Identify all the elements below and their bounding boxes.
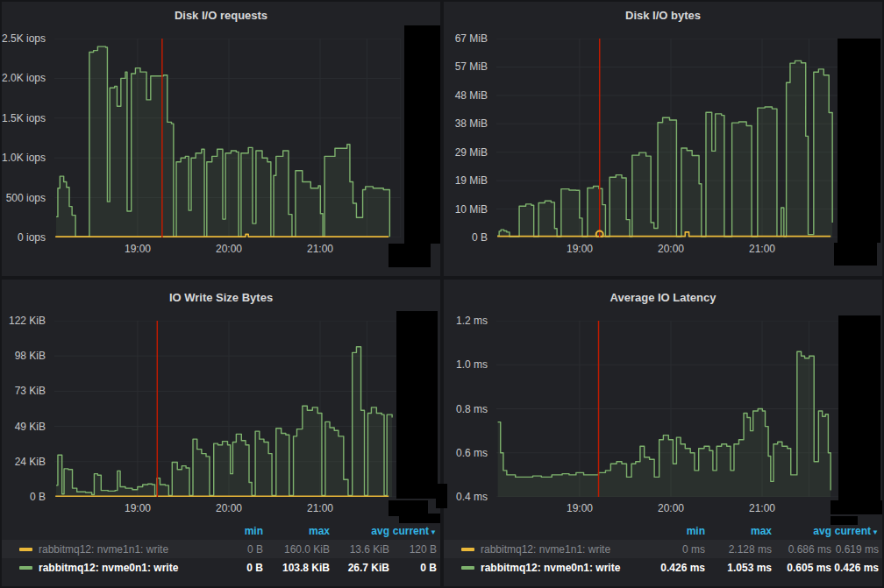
y-tick-label: 98 KiB (2, 350, 46, 362)
x-tick-label: 19:00 (559, 502, 601, 514)
redaction-box (838, 39, 880, 243)
panel-title[interactable]: Disk I/O requests (2, 2, 440, 22)
sort-desc-icon: ▼ (430, 528, 437, 536)
legend-value-avg: 0.605 ms (772, 562, 831, 574)
legend-value-max: 103.8 KiB (263, 562, 330, 574)
legend-value-current: 0.426 ms (831, 562, 879, 574)
y-tick-label: 38 MiB (444, 117, 488, 130)
panel-title[interactable]: IO Write Size Bytes (2, 280, 440, 304)
y-tick-label: 49 KiB (2, 421, 46, 433)
legend-value-min: 0.426 ms (644, 562, 705, 574)
x-tick-label: 19:00 (117, 502, 159, 514)
x-axis-labels: 19:0020:0021:00 (496, 502, 843, 516)
dashboard: Disk I/O requests 0 iops500 iops1.0K iop… (0, 0, 884, 588)
legend-value-current: 0.619 ms (831, 543, 879, 556)
series-label[interactable]: rabbitmq12: nvme0n1: write (481, 562, 620, 574)
y-tick-label: 2.0K iops (2, 72, 46, 84)
redaction-box (399, 514, 440, 523)
legend-header-min[interactable]: min (202, 525, 263, 537)
x-tick-label: 20:00 (208, 502, 250, 514)
legend-value-min: 0 B (202, 543, 263, 556)
legend-row-nvme1n1[interactable]: rabbitmq12: nvme1n1: write 0 B 160.0 KiB… (2, 540, 440, 558)
legend-value-min: 0 B (202, 562, 263, 574)
y-tick-label: 1.0K iops (2, 152, 46, 164)
legend-header-current[interactable]: current▼ (389, 525, 437, 537)
x-axis-labels: 19:0020:0021:00 (54, 243, 401, 257)
redaction-box (838, 315, 880, 500)
x-tick-label: 21:00 (299, 243, 341, 255)
legend-row-nvme1n1[interactable]: rabbitmq12: nvme1n1: write 0 ms 2.128 ms… (444, 540, 882, 558)
legend-header-current[interactable]: current▼ (831, 525, 879, 537)
y-tick-label: 29 MiB (444, 146, 488, 159)
legend-header-avg[interactable]: avg (772, 525, 831, 537)
sort-desc-icon: ▼ (872, 528, 879, 536)
legend-header-max[interactable]: max (263, 525, 330, 537)
series-label[interactable]: rabbitmq12: nvme1n1: write (481, 543, 610, 556)
legend-header-current-label: current (393, 525, 429, 537)
redaction-box (396, 311, 438, 499)
redaction-box (404, 25, 440, 244)
timeseries-plot[interactable] (496, 39, 843, 237)
legend-header-current-label: current (835, 525, 871, 537)
x-tick-label: 19:00 (559, 243, 601, 255)
y-tick-label: 73 KiB (2, 385, 46, 397)
y-tick-label: 1.5K iops (2, 112, 46, 124)
panel-average-io-latency: Average IO Latency 0.4 ms0.6 ms0.8 ms1.0… (444, 280, 882, 586)
x-tick-label: 19:00 (117, 243, 159, 255)
legend-header-row: min max avg current▼ (444, 521, 882, 540)
series-color-dash[interactable] (19, 548, 32, 551)
timeseries-plot[interactable] (496, 321, 843, 497)
series-color-dash[interactable] (19, 566, 32, 570)
y-tick-label: 500 iops (2, 192, 46, 204)
y-tick-label: 0.8 ms (444, 403, 488, 415)
legend-value-avg: 26.7 KiB (330, 562, 389, 574)
legend-row-nvme0n1[interactable]: rabbitmq12: nvme0n1: write 0.426 ms 1.05… (444, 558, 882, 577)
legend-row-nvme0n1[interactable]: rabbitmq12: nvme0n1: write 0 B 103.8 KiB… (2, 558, 440, 577)
timeseries-plot[interactable] (54, 321, 401, 497)
legend-value-max: 160.0 KiB (263, 543, 330, 556)
x-tick-label: 20:00 (650, 502, 692, 514)
legend-header-row: min max avg current▼ (2, 521, 440, 540)
y-tick-label: 67 MiB (444, 32, 488, 45)
timeseries-plot[interactable] (54, 39, 401, 237)
y-axis-labels: 0 B24 KiB49 KiB73 KiB98 KiB122 KiB (2, 321, 49, 497)
legend-value-max: 1.053 ms (705, 562, 772, 574)
legend-value-avg: 13.6 KiB (330, 543, 389, 556)
x-tick-label: 21:00 (299, 502, 341, 514)
panel-disk-io-requests: Disk I/O requests 0 iops500 iops1.0K iop… (2, 2, 440, 276)
redaction-box (831, 516, 858, 525)
series-color-dash[interactable] (461, 548, 474, 551)
legend-header-min[interactable]: min (644, 525, 705, 537)
y-tick-label: 1.2 ms (444, 315, 488, 327)
x-tick-label: 21:00 (741, 243, 783, 255)
series-color-dash[interactable] (461, 566, 474, 570)
x-axis-labels: 19:0020:0021:00 (496, 243, 843, 257)
y-tick-label: 24 KiB (2, 456, 46, 468)
series-label[interactable]: rabbitmq12: nvme1n1: write (39, 543, 168, 556)
panel-io-write-size-bytes: IO Write Size Bytes 0 B24 KiB49 KiB73 Ki… (2, 280, 440, 586)
y-axis-labels: 0.4 ms0.6 ms0.8 ms1.0 ms1.2 ms (444, 321, 491, 497)
y-tick-label: 19 MiB (444, 174, 488, 187)
legend-value-current: 0 B (389, 562, 437, 574)
y-tick-label: 10 MiB (444, 203, 488, 216)
panel-title[interactable]: Disk I/O bytes (444, 2, 882, 22)
x-tick-label: 20:00 (208, 243, 250, 255)
y-tick-label: 0.4 ms (444, 491, 488, 503)
x-tick-label: 21:00 (741, 502, 783, 514)
y-tick-label: 2.5K iops (2, 32, 46, 45)
legend-value-avg: 0.686 ms (772, 543, 831, 556)
y-tick-label: 0 B (2, 491, 46, 503)
redaction-box (436, 484, 447, 508)
y-tick-label: 0 iops (2, 231, 46, 244)
y-tick-label: 0.6 ms (444, 447, 488, 459)
y-tick-label: 48 MiB (444, 89, 488, 102)
y-tick-label: 0 B (444, 231, 488, 244)
legend-header-max[interactable]: max (705, 525, 772, 537)
legend-header-avg[interactable]: avg (330, 525, 389, 537)
redaction-box (831, 500, 882, 514)
legend-value-max: 2.128 ms (705, 543, 772, 556)
panel-title[interactable]: Average IO Latency (444, 280, 882, 304)
legend-value-current: 120 B (389, 543, 437, 556)
series-label[interactable]: rabbitmq12: nvme0n1: write (39, 562, 178, 574)
x-tick-label: 20:00 (650, 243, 692, 255)
